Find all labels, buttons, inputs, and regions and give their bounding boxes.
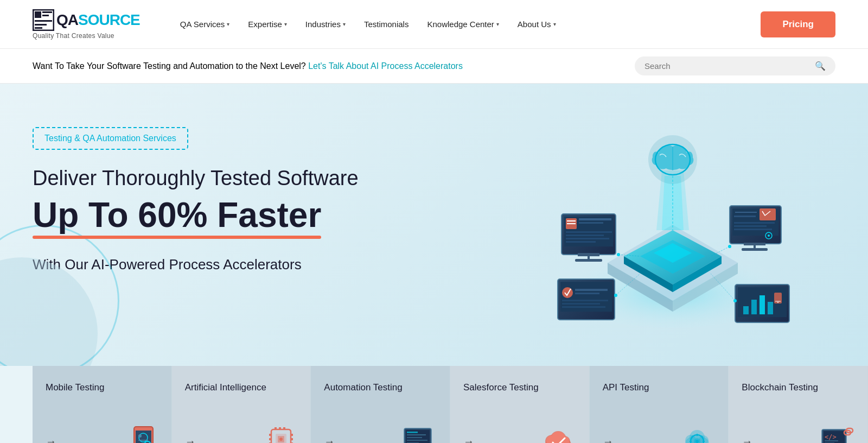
svg-point-73 (733, 299, 737, 302)
logo-qa: QA (56, 11, 78, 29)
svg-rect-56 (562, 306, 605, 308)
svg-point-78 (138, 434, 142, 438)
svg-rect-52 (575, 289, 608, 291)
service-card-title: Salesforce Testing (463, 381, 576, 394)
svg-rect-35 (575, 259, 602, 262)
logo-tagline: Quality That Creates Value (33, 32, 140, 40)
service-card-footer: → (46, 424, 158, 443)
svg-point-70 (617, 253, 620, 256)
nav-item-qa-services[interactable]: QA Services ▾ (173, 15, 238, 33)
nav-item-testimonials[interactable]: Testimonials (356, 15, 417, 33)
arrow-icon: → (603, 435, 614, 443)
automation-icon (401, 424, 437, 443)
svg-rect-109 (407, 440, 427, 441)
svg-rect-29 (566, 231, 612, 233)
service-card-blockchain[interactable]: Blockchain Testing → </> (729, 366, 868, 443)
service-card-title: Automation Testing (324, 381, 437, 394)
service-card-footer: → </> (742, 424, 854, 443)
svg-point-71 (728, 245, 731, 248)
svg-rect-38 (760, 208, 776, 220)
mobile-testing-icon (129, 424, 158, 443)
svg-rect-30 (566, 235, 604, 236)
svg-rect-153 (825, 440, 838, 441)
svg-rect-48 (742, 248, 768, 251)
service-card-salesforce[interactable]: Salesforce Testing → (450, 366, 590, 443)
hero-illustration (510, 116, 835, 344)
hero-section: Testing & QA Automation Services Deliver… (0, 84, 868, 366)
svg-point-103 (279, 438, 283, 441)
service-card-mobile-testing[interactable]: Mobile Testing → (33, 366, 172, 443)
svg-rect-59 (743, 306, 749, 314)
service-cards-section: Mobile Testing → Artificial Intelligence… (0, 366, 868, 443)
service-card-title: Artificial Intelligence (185, 381, 298, 394)
arrow-icon: → (46, 435, 56, 443)
svg-rect-28 (579, 222, 603, 224)
svg-rect-141 (690, 441, 692, 442)
service-card-title: Mobile Testing (46, 381, 158, 394)
hero-title-line1: Deliver Thoroughly Tested Software (33, 165, 412, 192)
logo-area[interactable]: QA SOURCE Quality That Creates Value (33, 9, 140, 40)
svg-rect-40 (734, 216, 756, 217)
search-input[interactable] (644, 61, 809, 71)
announcement-bar: Want To Take Your Software Testing and A… (0, 49, 868, 84)
svg-rect-107 (407, 434, 426, 435)
svg-rect-41 (734, 222, 775, 224)
chevron-down-icon: ▾ (496, 21, 499, 27)
service-card-footer: → (185, 424, 298, 443)
arrow-icon: → (463, 435, 474, 443)
service-card-api[interactable]: API Testing → (590, 366, 729, 443)
svg-point-45 (768, 235, 770, 237)
svg-rect-42 (734, 225, 767, 227)
nav-item-expertise[interactable]: Expertise ▾ (240, 15, 295, 33)
svg-rect-4 (35, 20, 52, 22)
site-header: QA SOURCE Quality That Creates Value QA … (0, 0, 868, 49)
service-card-footer: → (463, 424, 576, 443)
chevron-down-icon: ▾ (553, 21, 556, 27)
svg-rect-1 (35, 11, 41, 18)
nav-item-knowledge-center[interactable]: Knowledge Center ▾ (419, 15, 506, 33)
svg-point-138 (695, 440, 699, 443)
service-card-footer: → (603, 424, 716, 443)
logo-image: QA SOURCE (33, 9, 140, 31)
hero-badge: Testing & QA Automation Services (33, 127, 188, 150)
svg-point-51 (562, 287, 573, 298)
nav-item-about-us[interactable]: About Us ▾ (510, 15, 564, 33)
svg-rect-5 (35, 24, 47, 26)
svg-rect-3 (42, 15, 49, 16)
chevron-down-icon: ▾ (343, 21, 346, 27)
search-box: 🔍 (635, 56, 835, 75)
svg-rect-62 (768, 302, 773, 314)
svg-rect-2 (42, 11, 52, 13)
svg-rect-53 (575, 293, 599, 294)
announcement-link[interactable]: Let's Talk About AI Process Accelerators (308, 61, 463, 71)
svg-rect-6 (35, 27, 42, 29)
svg-rect-108 (407, 437, 422, 438)
service-card-title: API Testing (603, 381, 716, 394)
chevron-down-icon: ▾ (284, 21, 287, 27)
chevron-down-icon: ▾ (227, 21, 229, 27)
svg-rect-60 (751, 300, 757, 314)
nav-item-industries[interactable]: Industries ▾ (298, 15, 353, 33)
svg-rect-27 (579, 218, 611, 220)
logo-icon (33, 9, 54, 31)
svg-point-65 (777, 302, 778, 303)
service-card-footer: → (324, 424, 437, 443)
svg-point-72 (614, 294, 617, 297)
announcement-text: Want To Take Your Software Testing and A… (33, 61, 463, 71)
svg-rect-55 (562, 303, 600, 305)
pricing-button[interactable]: Pricing (761, 11, 835, 37)
svg-rect-142 (703, 441, 705, 442)
service-card-ai[interactable]: Artificial Intelligence → (172, 366, 311, 443)
service-card-automation[interactable]: Automation Testing → (311, 366, 450, 443)
svg-rect-32 (566, 241, 596, 243)
svg-rect-61 (760, 295, 765, 314)
search-icon: 🔍 (815, 61, 826, 71)
svg-rect-139 (697, 434, 698, 436)
svg-text:</>: </> (825, 433, 837, 441)
logo-source: SOURCE (78, 11, 140, 29)
service-card-title: Blockchain Testing (742, 381, 854, 394)
arrow-icon: → (324, 435, 335, 443)
svg-rect-31 (566, 238, 609, 239)
hero-title-line2: Up To 60% Faster (33, 196, 321, 234)
main-nav: QA Services ▾ Expertise ▾ Industries ▾ T… (173, 15, 756, 33)
